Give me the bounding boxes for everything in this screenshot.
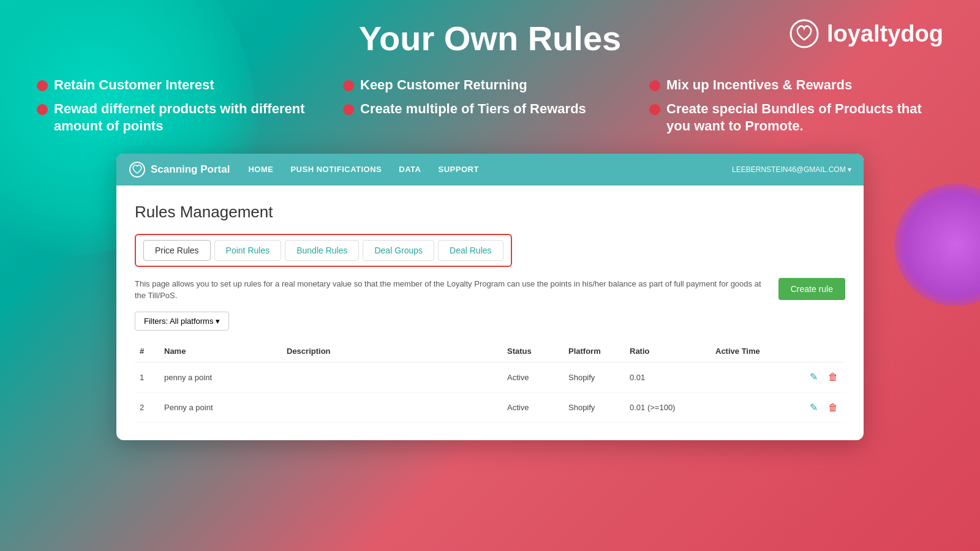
tab-point-rules[interactable]: Point Rules bbox=[214, 240, 282, 261]
bullet-5 bbox=[343, 104, 354, 115]
bullet-2 bbox=[343, 80, 354, 91]
feature-item-6: Create special Bundles of Products that … bbox=[649, 100, 943, 135]
page-title: Your Own Rules bbox=[359, 18, 621, 58]
col-header-num: # bbox=[135, 340, 159, 362]
header: Your Own Rules loyaltydog bbox=[37, 18, 943, 58]
tab-deal-rules[interactable]: Deal Rules bbox=[438, 240, 503, 261]
row1-num: 1 bbox=[135, 362, 159, 392]
feature-text-1: Retain Customer Interest bbox=[54, 77, 214, 94]
nav-user[interactable]: LEEBERNSTEIN46@GMAIL.COM ▾ bbox=[732, 165, 851, 174]
row1-status: Active bbox=[502, 362, 564, 392]
row1-delete-icon[interactable]: 🗑 bbox=[826, 370, 840, 384]
feature-text-5: Create multiple of Tiers of Rewards bbox=[360, 100, 586, 118]
tab-bundle-rules[interactable]: Bundle Rules bbox=[285, 240, 359, 261]
col-header-description: Description bbox=[282, 340, 502, 362]
row1-name: penny a point bbox=[159, 362, 282, 392]
row2-edit-icon[interactable]: ✎ bbox=[806, 400, 821, 414]
logo-text: loyaltydog bbox=[827, 21, 943, 47]
feature-text-2: Keep Customer Returning bbox=[360, 77, 527, 94]
row2-num: 2 bbox=[135, 392, 159, 423]
nav-brand: Scanning Portal bbox=[129, 161, 230, 178]
tab-deal-groups[interactable]: Deal Groups bbox=[363, 240, 434, 261]
create-rule-button[interactable]: Create rule bbox=[778, 278, 845, 300]
feature-text-3: Mix up Incentives & Rewards bbox=[666, 77, 852, 94]
table-body: 1 penny a point Active Shopify 0.01 ✎ 🗑 bbox=[135, 362, 845, 422]
row1-actions: ✎ 🗑 bbox=[796, 362, 845, 392]
main-content: Rules Management Price Rules Point Rules… bbox=[116, 186, 864, 440]
row2-actions: ✎ 🗑 bbox=[796, 392, 845, 423]
navbar: Scanning Portal HOME PUSH NOTIFICATIONS … bbox=[116, 154, 864, 186]
col-header-ratio: Ratio bbox=[625, 340, 710, 362]
nav-link-data[interactable]: DATA bbox=[399, 165, 421, 174]
nav-link-support[interactable]: SUPPORT bbox=[438, 165, 478, 174]
table-header: # Name Description Status Platform Ratio… bbox=[135, 340, 845, 362]
tabs-container: Price Rules Point Rules Bundle Rules Dea… bbox=[135, 234, 512, 267]
row1-platform: Shopify bbox=[564, 362, 625, 392]
feature-item-1: Retain Customer Interest bbox=[37, 77, 331, 94]
nav-brand-icon bbox=[129, 161, 146, 178]
row2-delete-icon[interactable]: 🗑 bbox=[826, 400, 840, 415]
svg-point-1 bbox=[130, 162, 145, 177]
table-row: 1 penny a point Active Shopify 0.01 ✎ 🗑 bbox=[135, 362, 845, 392]
feature-item-3: Mix up Incentives & Rewards bbox=[649, 77, 943, 94]
table-row: 2 Penny a point Active Shopify 0.01 (>=1… bbox=[135, 392, 845, 423]
feature-text-4: Rewad differnet products with different … bbox=[54, 100, 331, 135]
row2-ratio: 0.01 (>=100) bbox=[625, 392, 710, 423]
feature-item-2: Keep Customer Returning bbox=[343, 77, 637, 94]
feature-text-6: Create special Bundles of Products that … bbox=[666, 100, 943, 135]
row1-edit-icon[interactable]: ✎ bbox=[806, 370, 821, 384]
filter-button[interactable]: Filters: All platforms ▾ bbox=[135, 312, 229, 331]
nav-link-home[interactable]: HOME bbox=[248, 165, 273, 174]
row2-status: Active bbox=[502, 392, 564, 423]
bullet-4 bbox=[37, 104, 48, 115]
feature-item-4: Rewad differnet products with different … bbox=[37, 100, 331, 135]
row2-platform: Shopify bbox=[564, 392, 625, 423]
col-header-name: Name bbox=[159, 340, 282, 362]
app-window: Scanning Portal HOME PUSH NOTIFICATIONS … bbox=[116, 154, 864, 440]
tab-price-rules[interactable]: Price Rules bbox=[143, 240, 211, 261]
row2-name: Penny a point bbox=[159, 392, 282, 423]
row2-desc bbox=[282, 392, 502, 423]
nav-link-push[interactable]: PUSH NOTIFICATIONS bbox=[290, 165, 382, 174]
col-header-platform: Platform bbox=[564, 340, 625, 362]
row2-active-time bbox=[710, 392, 796, 423]
row1-active-time bbox=[710, 362, 796, 392]
nav-links: HOME PUSH NOTIFICATIONS DATA SUPPORT bbox=[248, 165, 714, 174]
description-row: This page allows you to set up rules for… bbox=[135, 278, 845, 302]
rules-management-heading: Rules Management bbox=[135, 203, 845, 222]
logo-icon bbox=[789, 18, 820, 49]
nav-brand-text: Scanning Portal bbox=[151, 163, 230, 176]
description-text: This page allows you to set up rules for… bbox=[135, 278, 766, 302]
bullet-3 bbox=[649, 80, 660, 91]
bullet-1 bbox=[37, 80, 48, 91]
rules-table: # Name Description Status Platform Ratio… bbox=[135, 340, 845, 423]
features-grid: Retain Customer Interest Keep Customer R… bbox=[37, 77, 943, 135]
feature-item-5: Create multiple of Tiers of Rewards bbox=[343, 100, 637, 135]
row1-desc bbox=[282, 362, 502, 392]
bullet-6 bbox=[649, 104, 660, 115]
col-header-active-time: Active Time bbox=[710, 340, 796, 362]
svg-point-0 bbox=[791, 20, 818, 47]
col-header-status: Status bbox=[502, 340, 564, 362]
col-header-actions bbox=[796, 340, 845, 362]
logo-area: loyaltydog bbox=[789, 18, 943, 49]
row1-ratio: 0.01 bbox=[625, 362, 710, 392]
